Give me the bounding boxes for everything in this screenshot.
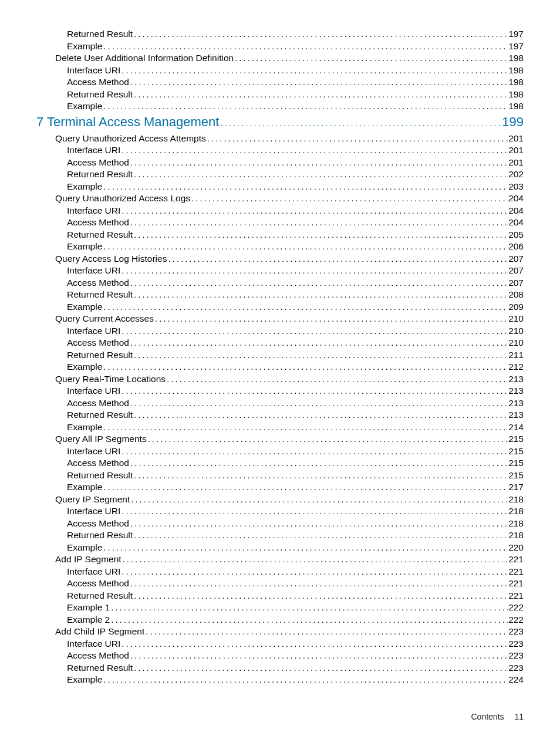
toc-label: Returned Result [67, 590, 133, 602]
toc-row[interactable]: Example206 [36, 241, 524, 253]
toc-row[interactable]: Query Current Accesses210 [36, 313, 524, 325]
toc-row[interactable]: Interface URI204 [36, 205, 524, 217]
toc-page: 204 [508, 217, 524, 229]
toc-row[interactable]: Access Method213 [36, 397, 524, 410]
toc-leader [129, 518, 508, 530]
toc-page: 213 [508, 397, 524, 410]
toc-row[interactable]: Access Method215 [36, 457, 524, 470]
toc-row[interactable]: Returned Result218 [36, 529, 524, 542]
toc-leader [167, 253, 508, 265]
footer-label: Contents [471, 712, 504, 721]
toc-label: Interface URI [67, 65, 120, 77]
toc-row[interactable]: Add IP Segment221 [36, 553, 524, 566]
toc-row[interactable]: Example224 [36, 674, 524, 686]
toc-row[interactable]: Example197 [36, 40, 524, 53]
toc-row[interactable]: Returned Result223 [36, 662, 524, 674]
toc-label: Returned Result [67, 529, 133, 542]
page-footer: Contents 11 [471, 712, 524, 721]
toc-label: Interface URI [67, 205, 120, 217]
toc-row[interactable]: Query Real-Time Locations213 [36, 373, 524, 386]
toc-page: 221 [508, 578, 524, 590]
toc-label: Example 2 [67, 614, 110, 626]
toc-leader [133, 529, 508, 542]
toc-page: 198 [508, 89, 524, 101]
toc-label: Access Method [67, 337, 129, 349]
toc-page: 201 [508, 133, 524, 145]
toc-page: 213 [508, 385, 524, 397]
toc-leader [102, 542, 508, 554]
toc-row[interactable]: Query Access Log Histories207 [36, 253, 524, 265]
toc-row[interactable]: Interface URI201 [36, 144, 524, 157]
toc-page: 202 [508, 168, 524, 181]
toc-row[interactable]: Example220 [36, 542, 524, 554]
toc-row[interactable]: Returned Result202 [36, 168, 524, 181]
toc-row[interactable]: Returned Result211 [36, 349, 524, 362]
toc-label: Query IP Segment [55, 494, 130, 506]
toc-row[interactable]: Access Method221 [36, 578, 524, 590]
toc-row[interactable]: Returned Result215 [36, 470, 524, 482]
toc-row[interactable]: Interface URI198 [36, 65, 524, 77]
toc-label: Access Method [67, 277, 129, 289]
toc-row[interactable]: Example217 [36, 481, 524, 494]
toc-row[interactable]: Example 2222 [36, 614, 524, 626]
toc-leader [129, 157, 508, 169]
toc-row[interactable]: Example209 [36, 301, 524, 313]
toc-row[interactable]: 7 Terminal Access Management199 [36, 113, 524, 133]
toc-label: Interface URI [67, 566, 120, 578]
toc-row[interactable]: Interface URI223 [36, 638, 524, 650]
toc-label: Returned Result [67, 28, 133, 40]
toc-row[interactable]: Access Method223 [36, 650, 524, 662]
toc-row[interactable]: Access Method198 [36, 76, 524, 89]
toc-row[interactable]: Returned Result208 [36, 289, 524, 301]
toc-page: 203 [508, 181, 524, 193]
toc-row[interactable]: Query Unauthorized Access Attempts201 [36, 133, 524, 145]
toc-row[interactable]: Example198 [36, 100, 524, 113]
toc-row[interactable]: Query All IP Segments215 [36, 433, 524, 445]
toc-page: 217 [508, 481, 524, 494]
toc-row[interactable]: Access Method207 [36, 277, 524, 289]
footer-page-number: 11 [514, 712, 524, 721]
toc-leader [120, 445, 508, 458]
toc-label: Example [67, 301, 102, 313]
toc-leader [234, 52, 508, 65]
toc-row[interactable]: Interface URI215 [36, 445, 524, 458]
toc-row[interactable]: Query Unauthorized Access Logs204 [36, 193, 524, 205]
toc-row[interactable]: Access Method218 [36, 518, 524, 530]
toc-page: 213 [508, 373, 524, 386]
toc-row[interactable]: Interface URI210 [36, 325, 524, 337]
toc-label: Interface URI [67, 505, 120, 518]
toc-leader [133, 349, 508, 362]
toc-leader [147, 433, 508, 445]
toc-row[interactable]: Add Child IP Segment223 [36, 626, 524, 638]
toc-row[interactable]: Delete User Additional Information Defin… [36, 52, 524, 65]
toc-row[interactable]: Returned Result221 [36, 590, 524, 602]
toc-row[interactable]: Access Method201 [36, 157, 524, 169]
toc-leader [133, 409, 508, 421]
toc-leader [219, 114, 502, 133]
toc-row[interactable]: Interface URI213 [36, 385, 524, 397]
toc-label: Interface URI [67, 445, 120, 458]
toc-label: Returned Result [67, 229, 133, 241]
toc-row[interactable]: Query IP Segment218 [36, 494, 524, 506]
toc-row[interactable]: Returned Result213 [36, 409, 524, 421]
toc-row[interactable]: Returned Result197 [36, 28, 524, 40]
toc-label: Returned Result [67, 349, 133, 362]
toc-label: Example [67, 181, 102, 193]
toc-label: Example [67, 421, 102, 434]
toc-label: Query All IP Segments [55, 433, 147, 445]
toc-row[interactable]: Interface URI207 [36, 265, 524, 277]
toc-row[interactable]: Interface URI221 [36, 566, 524, 578]
toc-label: Returned Result [67, 289, 133, 301]
toc-row[interactable]: Example212 [36, 361, 524, 373]
toc-row[interactable]: Returned Result198 [36, 89, 524, 101]
toc-row[interactable]: Access Method204 [36, 217, 524, 229]
toc-leader [102, 241, 508, 253]
toc-row[interactable]: Access Method210 [36, 337, 524, 349]
toc-row[interactable]: Example214 [36, 421, 524, 434]
toc-row[interactable]: Returned Result205 [36, 229, 524, 241]
toc-label: Delete User Additional Information Defin… [55, 52, 234, 65]
toc-row[interactable]: Example203 [36, 181, 524, 193]
toc-page: 197 [508, 40, 524, 53]
toc-row[interactable]: Interface URI218 [36, 505, 524, 518]
toc-row[interactable]: Example 1222 [36, 602, 524, 614]
